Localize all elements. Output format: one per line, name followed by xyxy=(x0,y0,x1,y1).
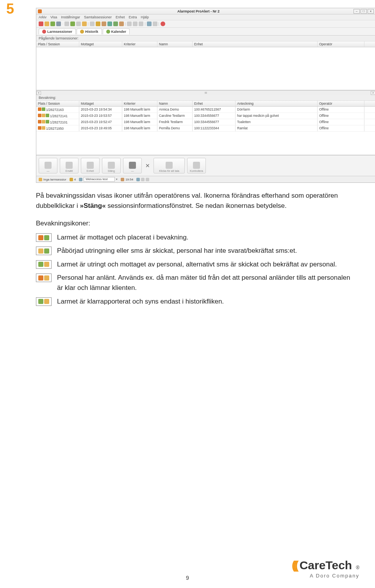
tab-kalender[interactable]: Kalender xyxy=(103,29,130,34)
status-icon xyxy=(42,126,45,130)
status-icon xyxy=(38,114,41,117)
toolbar-icon[interactable] xyxy=(127,21,132,26)
status-icon xyxy=(79,178,82,181)
action-button[interactable]: — xyxy=(39,158,57,173)
grid-header-ongoing: Plats / Session Mottaget Kriterier Namn … xyxy=(36,41,375,47)
legend-item: Personal har anlänt. Används ex. då man … xyxy=(36,273,352,293)
toolbar-icon[interactable] xyxy=(50,21,55,26)
col-namn[interactable]: Namn xyxy=(157,101,193,106)
action-button-ersatt[interactable]: Ersätt xyxy=(60,158,79,173)
registered-icon: ® xyxy=(356,565,359,570)
toolbar-icon[interactable] xyxy=(39,21,43,26)
watch-grid-body: 1/282721632015-03-23 19:54:34198 Manuell… xyxy=(36,107,375,132)
menu-item[interactable]: Hjälp xyxy=(141,15,149,19)
tab-larmsessioner[interactable]: Larmsessioner xyxy=(39,29,76,34)
legend-text: Påbörjad utringning eller sms är skickat… xyxy=(57,246,352,256)
legend-item: Larmet är mottaget och placerat i bevakn… xyxy=(36,232,352,243)
dropdown-icon[interactable]: ▾ xyxy=(116,178,118,181)
toolbar-icon[interactable] xyxy=(82,21,87,26)
menu-item[interactable]: Inställningar xyxy=(61,15,80,19)
toolbar-icon[interactable] xyxy=(56,21,61,26)
statusbar: Inga larmsessior 4 Webaccess test▾ 19:54 xyxy=(36,176,375,182)
menu-item[interactable]: Visa xyxy=(50,15,57,19)
toolbar-icon[interactable] xyxy=(133,21,138,26)
toolbar-icon[interactable] xyxy=(113,21,118,26)
status-icon xyxy=(46,120,49,123)
col-plats[interactable]: Plats / Session xyxy=(36,101,79,106)
status-icon xyxy=(141,178,145,181)
action-label: Ersätt xyxy=(66,170,73,172)
status-icon xyxy=(42,114,45,117)
menu-item[interactable]: Extra xyxy=(129,15,137,19)
toolbar-icon[interactable] xyxy=(161,21,165,26)
col-plats[interactable]: Plats / Session xyxy=(36,41,79,47)
col-operator[interactable]: Operatör xyxy=(318,41,364,47)
status-icon xyxy=(146,178,149,181)
toolbar-icon[interactable] xyxy=(96,21,100,26)
table-row[interactable]: 1/282721412015-03-23 19:53:57198 Manuell… xyxy=(36,113,375,119)
legend-heading: Bevakningsikoner: xyxy=(36,218,352,229)
status-icon xyxy=(38,107,41,111)
action-label: — xyxy=(131,170,134,172)
legend-icon xyxy=(36,260,52,269)
legend-list: Larmet är mottaget och placerat i bevakn… xyxy=(36,232,352,307)
action-button[interactable]: — xyxy=(123,158,142,173)
scroll-left-icon[interactable]: < xyxy=(36,91,41,95)
menu-item[interactable]: Enhet xyxy=(116,15,125,19)
status-combo[interactable]: Webaccess test xyxy=(84,177,115,182)
toolbar-icon[interactable] xyxy=(107,21,112,26)
menu-item[interactable]: Samtalssessioner xyxy=(84,15,112,19)
table-row[interactable]: 1/282721012015-03-23 19:52:47198 Manuell… xyxy=(36,119,375,125)
legend-icon xyxy=(36,297,52,306)
close-button[interactable]: x xyxy=(368,9,374,14)
footer: ((( CareTech ® A Doro Company xyxy=(292,559,359,579)
tab-label: Larmsessioner xyxy=(47,30,72,34)
toolbar: · | | | | xyxy=(36,20,375,28)
status-icon xyxy=(39,178,42,181)
app-window: Alarmpost ProAlert - Nr 2 – □ x Arkiv Vi… xyxy=(36,8,375,183)
table-row[interactable]: 1/282721632015-03-23 19:54:34198 Manuell… xyxy=(36,107,375,113)
scroll-track[interactable]: III xyxy=(41,91,371,94)
legend-item: Larmet är klarrapporterat och syns endas… xyxy=(36,297,352,307)
status-icon xyxy=(42,107,45,111)
toolbar-icon[interactable] xyxy=(119,21,124,26)
action-button-enhet[interactable]: Enhet xyxy=(81,158,100,173)
minimize-button[interactable]: – xyxy=(354,9,360,14)
col-kriterier[interactable]: Kriterier xyxy=(122,41,157,47)
maximize-button[interactable]: □ xyxy=(361,9,367,14)
action-button-tala[interactable]: Klicka för att tala xyxy=(154,158,185,173)
toolbar-icon[interactable] xyxy=(153,21,157,26)
toolbar-icon[interactable] xyxy=(76,21,81,26)
toolbar-icon[interactable] xyxy=(102,21,106,26)
clock-icon xyxy=(121,178,124,181)
table-row[interactable]: 1/282719502015-03-23 19:49:05198 Manuell… xyxy=(36,125,375,132)
col-anteckning[interactable]: Anteckning xyxy=(236,101,318,106)
col-operator[interactable]: Operatör xyxy=(318,101,364,106)
h-scrollbar[interactable]: < III > xyxy=(36,90,375,95)
scroll-right-icon[interactable]: > xyxy=(371,91,375,95)
tab-historik[interactable]: Historik xyxy=(77,29,102,34)
col-mottaget[interactable]: Mottaget xyxy=(79,101,122,106)
action-button-kontrollera[interactable]: Kontrollera xyxy=(187,158,206,173)
col-namn[interactable]: Namn xyxy=(157,41,193,47)
app-icon xyxy=(38,9,42,13)
legend-icon xyxy=(36,273,52,282)
action-button-stang[interactable]: Stäng xyxy=(102,158,121,173)
col-mottaget[interactable]: Mottaget xyxy=(79,41,122,47)
col-kriterier[interactable]: Kriterier xyxy=(122,101,157,106)
grid-spacer xyxy=(36,132,375,155)
action-icon xyxy=(193,162,200,169)
toolbar-icon[interactable] xyxy=(90,21,95,26)
toolbar-icon[interactable] xyxy=(147,21,152,26)
col-enhet[interactable]: Enhet xyxy=(193,101,236,106)
toolbar-icon[interactable] xyxy=(64,21,69,26)
toolbar-icon[interactable] xyxy=(70,21,75,26)
page-number: 9 xyxy=(186,575,189,581)
separator-x-icon: ✕ xyxy=(144,163,151,169)
menu-item[interactable]: Arkiv xyxy=(39,15,46,19)
legend-icon xyxy=(36,247,52,255)
col-enhet[interactable]: Enhet xyxy=(193,41,318,47)
toolbar-icon[interactable] xyxy=(45,21,49,26)
step-number: 5 xyxy=(6,1,14,17)
toolbar-icon[interactable] xyxy=(139,21,143,26)
